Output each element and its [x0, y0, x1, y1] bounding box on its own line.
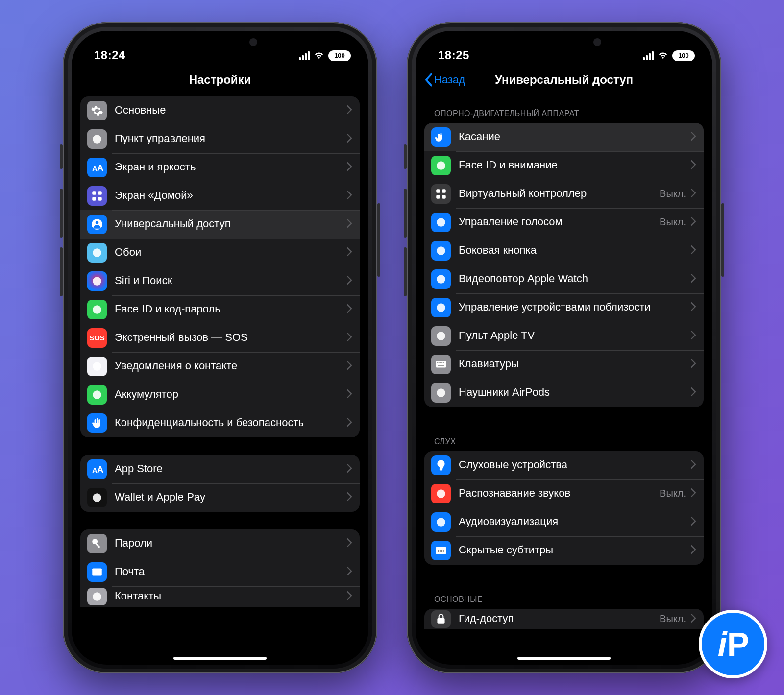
chevron-right-icon: [691, 160, 696, 171]
list-item[interactable]: SOSЭкстренный вызов — SOS: [80, 324, 360, 352]
page-title: Универсальный доступ: [495, 73, 633, 87]
settings-group: ПаролиПочтаКонтакты: [80, 529, 360, 607]
list-item[interactable]: Face ID и внимание: [424, 151, 704, 180]
list-item[interactable]: Боковая кнопка: [424, 237, 704, 265]
notch: [161, 31, 279, 52]
list-item[interactable]: Управление голосомВыкл.: [424, 208, 704, 237]
list-item[interactable]: Пароли: [80, 529, 360, 558]
list-item[interactable]: Экран «Домой»: [80, 182, 360, 210]
list-item-label: Экран «Домой»: [115, 189, 342, 202]
list-item[interactable]: Скрытые субтитры: [424, 536, 704, 565]
list-item[interactable]: Пункт управления: [80, 125, 360, 153]
list-item-label: Face ID и код-пароль: [115, 303, 342, 315]
hand-privacy-icon: [87, 413, 107, 433]
chevron-right-icon: [347, 304, 352, 315]
chevron-right-icon: [347, 591, 352, 602]
chevron-right-icon: [691, 331, 696, 341]
chevron-right-icon: [691, 274, 696, 285]
ear-icon: [431, 455, 451, 475]
list-item[interactable]: Основные: [80, 96, 360, 125]
list-item-label: Пароли: [115, 537, 342, 550]
chevron-right-icon: [691, 189, 696, 199]
guided-icon: [431, 610, 451, 628]
list-item-label: Касание: [459, 130, 686, 143]
chevron-right-icon: [347, 247, 352, 258]
list-item[interactable]: Уведомления о контакте: [80, 352, 360, 381]
list-item[interactable]: Почта: [80, 558, 360, 586]
list-item[interactable]: Аудиовизуализация: [424, 508, 704, 536]
homegrid-icon: [87, 186, 107, 206]
list-item-label: Аудиовизуализация: [459, 515, 686, 528]
home-indicator[interactable]: [517, 657, 611, 660]
list-item[interactable]: Универсальный доступ: [80, 210, 360, 239]
cc-icon: [431, 541, 451, 560]
list-item-label: Основные: [115, 104, 342, 117]
gear-icon: [87, 101, 107, 120]
list-item[interactable]: Конфиденциальность и безопасность: [80, 409, 360, 437]
back-label: Назад: [434, 73, 465, 86]
chevron-right-icon: [347, 276, 352, 287]
list-item[interactable]: Слуховые устройства: [424, 451, 704, 479]
sound-rec-icon: [431, 484, 451, 503]
list-item-label: App Store: [115, 462, 342, 475]
list-item[interactable]: Face ID и код-пароль: [80, 295, 360, 324]
chevron-right-icon: [691, 387, 696, 398]
accessibility-list[interactable]: ОПОРНО-ДВИГАТЕЛЬНЫЙ АППАРАТКасаниеFace I…: [416, 95, 712, 665]
chevron-right-icon: [691, 359, 696, 370]
list-item[interactable]: Пульт Apple TV: [424, 322, 704, 350]
list-item[interactable]: Аккумулятор: [80, 381, 360, 409]
settings-group: Слуховые устройстваРаспознавание звуковВ…: [424, 451, 704, 565]
list-item[interactable]: Обои: [80, 239, 360, 267]
audiovis-icon: [431, 512, 451, 532]
list-item[interactable]: Wallet и Apple Pay: [80, 483, 360, 512]
list-item[interactable]: Клавиатуры: [424, 350, 704, 379]
sidebutton-icon: [431, 241, 451, 261]
list-item-label: Почта: [115, 565, 342, 578]
list-item[interactable]: Управление устройствами поблизости: [424, 293, 704, 322]
list-item-label: Контакты: [115, 590, 342, 602]
accessibility-icon: [87, 215, 107, 234]
phone-left: 18:24 100 Настройки ОсновныеПункт управл…: [63, 22, 377, 673]
chevron-right-icon: [691, 517, 696, 527]
cellular-icon: [643, 51, 654, 60]
list-item[interactable]: Касание: [424, 123, 704, 151]
list-item[interactable]: Экран и яркость: [80, 153, 360, 182]
section-header: СЛУХ: [424, 425, 704, 451]
list-item-label: Клавиатуры: [459, 358, 686, 370]
notch: [505, 31, 623, 52]
settings-list[interactable]: ОсновныеПункт управленияЭкран и яркостьЭ…: [72, 95, 368, 665]
list-item-label: Управление голосом: [459, 216, 656, 228]
chevron-right-icon: [691, 302, 696, 313]
list-item-label: Видеоповтор Apple Watch: [459, 272, 686, 285]
list-item[interactable]: Гид-доступВыкл.: [424, 609, 704, 629]
list-item-label: Экстренный вызов — SOS: [115, 331, 342, 344]
touch-icon: [431, 127, 451, 147]
list-item[interactable]: Siri и Поиск: [80, 267, 360, 295]
airpods-icon: [431, 383, 451, 403]
switches-icon: [87, 129, 107, 149]
phone-right: 18:25 100 Назад Универсальный доступ ОПО…: [407, 22, 721, 673]
list-item-detail: Выкл.: [660, 216, 686, 228]
chevron-right-icon: [691, 132, 696, 143]
list-item-detail: Выкл.: [660, 188, 686, 199]
list-item[interactable]: Контакты: [80, 586, 360, 607]
list-item-detail: Выкл.: [660, 613, 686, 624]
chevron-right-icon: [347, 134, 352, 144]
chevron-right-icon: [347, 418, 352, 429]
wallpaper-icon: [87, 243, 107, 263]
home-indicator[interactable]: [173, 657, 267, 660]
back-button[interactable]: Назад: [424, 73, 465, 87]
list-item[interactable]: Видеоповтор Apple Watch: [424, 265, 704, 293]
chevron-right-icon: [691, 488, 696, 499]
list-item[interactable]: Виртуальный контроллерВыкл.: [424, 180, 704, 208]
list-item[interactable]: App Store: [80, 455, 360, 483]
list-item-label: Пункт управления: [115, 132, 342, 145]
navbar: Настройки: [72, 65, 368, 95]
battery-indicator: 100: [672, 50, 695, 61]
list-item-label: Экран и яркость: [115, 161, 342, 173]
list-item[interactable]: Наушники AirPods: [424, 379, 704, 407]
chevron-right-icon: [347, 464, 352, 475]
settings-group: App StoreWallet и Apple Pay: [80, 455, 360, 512]
list-item[interactable]: Распознавание звуковВыкл.: [424, 479, 704, 508]
voicectl-icon: [431, 213, 451, 232]
